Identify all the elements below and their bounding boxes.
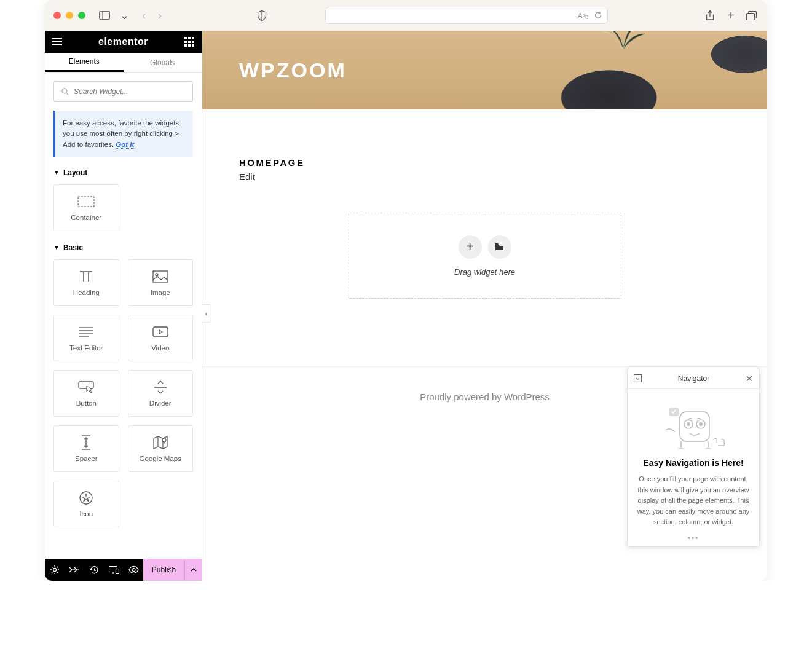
history-icon[interactable] <box>84 559 104 581</box>
back-button[interactable]: ‹ <box>137 9 151 22</box>
publish-button[interactable]: Publish <box>143 559 184 581</box>
page-title: HOMEPAGE <box>239 157 730 168</box>
sidebar-toggle-icon[interactable] <box>98 9 111 22</box>
widget-heading[interactable]: Heading <box>53 259 119 306</box>
navigator-body-text: Once you fill your page with content, th… <box>636 474 751 528</box>
category-layout[interactable]: ▼Layout <box>53 168 193 177</box>
widget-google-maps[interactable]: Google Maps <box>128 425 194 472</box>
svg-rect-7 <box>153 271 168 282</box>
settings-icon[interactable] <box>45 559 65 581</box>
reload-icon[interactable] <box>594 11 602 20</box>
svg-point-32 <box>699 422 703 426</box>
drop-hint: Drag widget here <box>454 267 515 277</box>
svg-rect-3 <box>747 13 755 20</box>
navigator-title: Navigator <box>642 374 746 383</box>
search-icon <box>61 88 69 95</box>
panel-collapse-handle[interactable]: ‹ <box>202 304 211 323</box>
browser-titlebar: ⌄ ‹ › Aあ + <box>45 0 767 31</box>
tab-elements[interactable]: Elements <box>45 53 124 72</box>
tip-got-it-link[interactable]: Got It <box>116 141 134 149</box>
video-icon <box>152 325 168 339</box>
chevron-down-icon[interactable]: ⌄ <box>117 9 131 22</box>
heading-icon <box>79 269 93 284</box>
button-icon <box>78 380 94 395</box>
share-icon[interactable] <box>703 9 717 22</box>
svg-rect-25 <box>116 569 119 573</box>
url-bar[interactable]: Aあ <box>325 7 608 24</box>
window-controls <box>53 12 85 19</box>
new-tab-button[interactable]: + <box>724 9 738 22</box>
image-icon <box>152 269 168 284</box>
divider-icon <box>154 380 167 395</box>
star-icon <box>79 491 93 505</box>
add-section-button[interactable]: + <box>459 235 482 259</box>
close-window-button[interactable] <box>53 12 61 19</box>
site-title: WPZOOM <box>239 58 347 82</box>
navigator-dock-icon[interactable] <box>634 374 642 382</box>
panel-footer: Publish <box>45 559 202 581</box>
hero-section: WPZOOM <box>202 31 767 109</box>
preview-icon[interactable] <box>124 559 143 581</box>
translate-icon[interactable]: Aあ <box>578 11 589 20</box>
svg-rect-13 <box>153 327 168 337</box>
widget-image[interactable]: Image <box>128 259 194 306</box>
text-editor-icon <box>79 325 93 339</box>
svg-rect-6 <box>78 197 94 207</box>
favorites-tip: For easy access, favorite the widgets yo… <box>53 111 193 157</box>
responsive-icon[interactable] <box>104 559 124 581</box>
navigator-illustration <box>636 400 751 449</box>
search-input[interactable] <box>74 87 185 96</box>
svg-rect-27 <box>634 375 642 382</box>
widget-button[interactable]: Button <box>53 370 119 417</box>
google-maps-icon <box>153 435 168 450</box>
elementor-panel: elementor Elements Globals For easy acce… <box>45 31 202 581</box>
svg-point-26 <box>132 569 135 572</box>
widget-text-editor[interactable]: Text Editor <box>53 315 119 361</box>
maximize-window-button[interactable] <box>78 12 85 19</box>
close-icon[interactable]: ✕ <box>746 374 753 384</box>
menu-icon[interactable] <box>52 38 62 45</box>
edit-link[interactable]: Edit <box>239 171 730 182</box>
tab-globals[interactable]: Globals <box>124 53 202 72</box>
caret-down-icon: ▼ <box>53 169 60 176</box>
widget-search[interactable] <box>53 81 193 102</box>
widget-icon[interactable]: Icon <box>53 481 119 527</box>
apps-grid-icon[interactable] <box>184 37 194 47</box>
container-icon <box>77 194 95 209</box>
elementor-logo: elementor <box>62 36 184 47</box>
drop-zone[interactable]: + Drag widget here <box>349 213 621 299</box>
svg-point-19 <box>162 438 166 442</box>
privacy-shield-icon[interactable] <box>255 9 269 22</box>
svg-rect-0 <box>100 12 110 20</box>
panel-tabs: Elements Globals <box>45 53 202 73</box>
plant-image <box>586 31 660 49</box>
tabs-overview-icon[interactable] <box>745 9 759 22</box>
publish-options-button[interactable] <box>184 559 202 581</box>
revisions-icon[interactable] <box>65 559 84 581</box>
navigator-heading: Easy Navigation is Here! <box>636 458 751 468</box>
widget-container[interactable]: Container <box>53 184 119 231</box>
elementor-panel-header: elementor <box>45 31 202 53</box>
caret-down-icon: ▼ <box>53 244 60 251</box>
widget-video[interactable]: Video <box>128 315 194 361</box>
navigator-more-icon[interactable]: ••• <box>628 534 759 546</box>
svg-point-34 <box>678 448 684 450</box>
svg-point-35 <box>705 448 711 450</box>
widget-divider[interactable]: Divider <box>128 370 194 417</box>
svg-point-4 <box>62 89 67 93</box>
template-library-button[interactable] <box>488 235 511 259</box>
category-basic[interactable]: ▼Basic <box>53 243 193 252</box>
svg-rect-28 <box>680 412 709 441</box>
svg-point-8 <box>156 274 158 276</box>
svg-rect-14 <box>79 382 93 388</box>
svg-point-21 <box>53 569 57 572</box>
svg-point-31 <box>687 422 690 426</box>
forward-button[interactable]: › <box>153 9 167 22</box>
svg-line-5 <box>66 93 68 95</box>
navigator-panel: Navigator ✕ Ea <box>627 368 760 547</box>
minimize-window-button[interactable] <box>66 12 73 19</box>
spacer-icon <box>82 435 90 450</box>
widget-spacer[interactable]: Spacer <box>53 425 119 472</box>
